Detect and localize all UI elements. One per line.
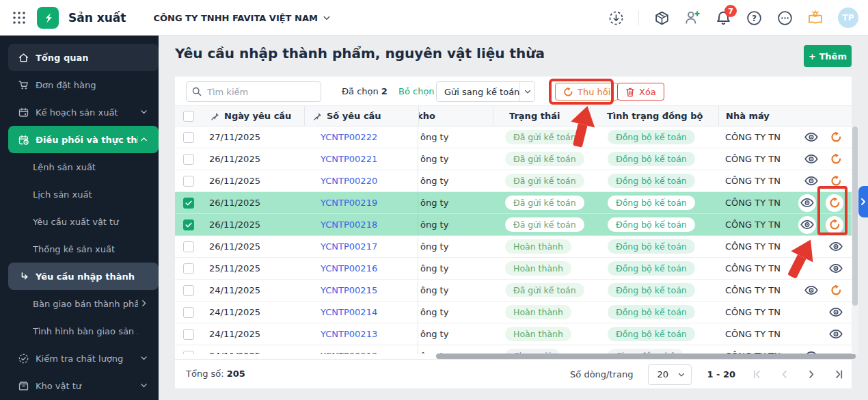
search-input[interactable]: [186, 81, 321, 102]
bell-icon[interactable]: 7: [715, 10, 731, 26]
view-icon[interactable]: [828, 305, 843, 320]
request-code-link[interactable]: YCNTP00215: [321, 285, 377, 295]
sidebar-item-kiem-tra-chat-luong[interactable]: Kiểm tra chất lượng: [0, 345, 159, 372]
cart-icon: [18, 79, 30, 91]
recall-row-icon[interactable]: [826, 216, 843, 234]
horizontal-scrollbar[interactable]: [436, 354, 856, 359]
apps-grid-icon[interactable]: [11, 10, 27, 26]
sidebar-item-yeu-cau-xuat-vat-tu[interactable]: Yêu cầu xuất vật tư: [0, 208, 159, 235]
sidebar-item-yeu-cau-nhap-thanh-ph[interactable]: Yêu cầu nhập thành ph...: [8, 263, 159, 290]
app-title: Sản xuất: [68, 11, 126, 25]
chevron-down-icon: [323, 14, 331, 22]
request-code-link[interactable]: YCNTP00213: [321, 329, 377, 339]
view-icon[interactable]: [828, 327, 843, 342]
request-code-link[interactable]: YCNTP00222: [321, 132, 377, 142]
row-checkbox[interactable]: [183, 307, 194, 318]
request-code-link[interactable]: YCNTP00221: [321, 154, 377, 164]
view-icon[interactable]: [798, 194, 816, 212]
cell-request-date: 26/11/2025: [202, 236, 304, 257]
expand-panel-tab[interactable]: [858, 186, 868, 217]
request-code-link[interactable]: YCNTP00218: [321, 219, 377, 230]
whats-new-icon[interactable]: [807, 10, 824, 26]
recall-row-icon[interactable]: [826, 194, 843, 212]
status-badge: Hoàn thành: [505, 261, 571, 276]
prev-page-button[interactable]: [778, 369, 790, 381]
table-header: Ngày yêu cầu Số yêu cầu kho Trạng thái T…: [175, 106, 852, 126]
sidebar-item-tong-quan[interactable]: Tổng quan: [8, 44, 159, 71]
view-icon[interactable]: [804, 130, 819, 145]
row-checkbox[interactable]: [183, 263, 194, 274]
recall-row-icon[interactable]: [828, 152, 843, 167]
table-row: 26/11/2025YCNTP00221ông tyĐã gửi kế toán…: [175, 148, 852, 170]
last-page-button[interactable]: [832, 369, 845, 381]
column-header-factory[interactable]: Nhà máy: [718, 106, 852, 126]
row-checkbox[interactable]: [183, 132, 194, 143]
sync-status-badge: Đồng bộ kế toán: [608, 305, 695, 319]
cell-warehouse: ông ty: [418, 323, 493, 345]
table-row: 24/11/2025YCNTP00213ông tyHoàn thànhĐồng…: [175, 323, 852, 345]
recall-row-icon[interactable]: [828, 174, 843, 189]
request-code-link[interactable]: YCNTP00220: [321, 176, 377, 186]
page-size-select[interactable]: 20: [648, 364, 692, 385]
row-checkbox[interactable]: [183, 351, 194, 355]
next-page-button[interactable]: [805, 369, 817, 381]
view-icon[interactable]: [828, 261, 843, 276]
view-icon[interactable]: [798, 216, 816, 234]
recall-row-icon[interactable]: [828, 283, 843, 298]
view-icon[interactable]: [828, 239, 843, 254]
sidebar-item-kho-vat-tu[interactable]: Kho vật tư: [0, 372, 159, 399]
sync-download-icon[interactable]: [608, 10, 624, 26]
table-row: 26/11/2025YCNTP00220ông tyĐã gửi kế toán…: [175, 170, 852, 192]
view-icon[interactable]: [804, 174, 819, 189]
first-page-button[interactable]: [750, 369, 763, 381]
delete-button[interactable]: Xóa: [617, 83, 664, 101]
request-code-link[interactable]: YCNTP00214: [321, 307, 377, 317]
cell-warehouse: ông ty: [418, 236, 493, 257]
row-checkbox[interactable]: [183, 241, 194, 252]
column-header-status[interactable]: Trạng thái: [493, 106, 590, 126]
sidebar-item-dieu-phoi-va-thuc-thi[interactable]: Điều phối và thực thi: [8, 126, 159, 153]
row-checkbox[interactable]: [183, 285, 194, 296]
sidebar-item-ban-giao-ban-thanh-pham[interactable]: Bàn giao bán thành phẩm: [0, 290, 159, 317]
more-icon[interactable]: [776, 10, 793, 26]
column-header-code[interactable]: Số yêu cầu: [304, 106, 418, 126]
sidebar-item-ke-hoach-san-xuat[interactable]: Kế hoạch sản xuất: [0, 98, 159, 126]
recall-button[interactable]: Thu hồi: [555, 83, 619, 101]
request-code-link[interactable]: YCNTP00216: [321, 263, 377, 274]
sidebar-item-don-dat-hang[interactable]: Đơn đặt hàng: [0, 71, 159, 98]
row-checkbox[interactable]: [183, 219, 194, 230]
sidebar-item-label: Điều phối và thực thi: [36, 135, 138, 145]
svg-text:?: ?: [752, 13, 757, 23]
recall-row-icon[interactable]: [828, 130, 843, 145]
avatar[interactable]: TP: [838, 8, 858, 28]
clear-selection-button[interactable]: Bỏ chọn: [398, 86, 435, 96]
sidebar-item-lich-san-xuat[interactable]: Lịch sản xuất: [0, 181, 159, 208]
column-header-warehouse[interactable]: kho: [418, 106, 493, 126]
request-code-link[interactable]: YCNTP00212: [321, 351, 377, 354]
row-checkbox[interactable]: [183, 329, 194, 340]
sidebar-item-label: Đơn đặt hàng: [36, 80, 138, 90]
send-accounting-dropdown[interactable]: Gửi sang kế toán: [436, 81, 535, 102]
user-add-icon[interactable]: [684, 10, 701, 26]
help-icon[interactable]: ?: [746, 10, 762, 26]
request-code-link[interactable]: YCNTP00219: [321, 198, 377, 208]
view-icon[interactable]: [804, 152, 819, 167]
view-icon[interactable]: [804, 283, 819, 298]
package-icon[interactable]: [653, 10, 670, 26]
add-button[interactable]: + Thêm: [804, 45, 852, 67]
select-all-checkbox[interactable]: [183, 111, 194, 122]
sidebar-item-thong-ke-san-xuat[interactable]: Thống kê sản xuất: [0, 235, 159, 263]
row-checkbox[interactable]: [183, 198, 194, 209]
row-checkbox[interactable]: [183, 176, 194, 187]
company-selector[interactable]: CÔNG TY TNHH FAVITA VIỆT NAM: [153, 13, 330, 23]
column-header-sync[interactable]: Tình trạng đồng bộ: [590, 106, 718, 126]
sidebar-item-lenh-san-xuat[interactable]: Lệnh sản xuất: [0, 153, 159, 181]
row-checkbox[interactable]: [183, 154, 194, 165]
request-code-link[interactable]: YCNTP00217: [321, 241, 377, 252]
cell-request-date: 27/11/2025: [202, 126, 304, 148]
search-icon: [192, 87, 202, 96]
column-header-date[interactable]: Ngày yêu cầu: [202, 106, 304, 126]
vertical-scrollbar[interactable]: [852, 126, 858, 354]
sidebar-item-tinh-hinh-ban-giao-san[interactable]: Tình hình bàn giao sản ...: [0, 317, 159, 345]
trash-icon: [625, 87, 635, 97]
